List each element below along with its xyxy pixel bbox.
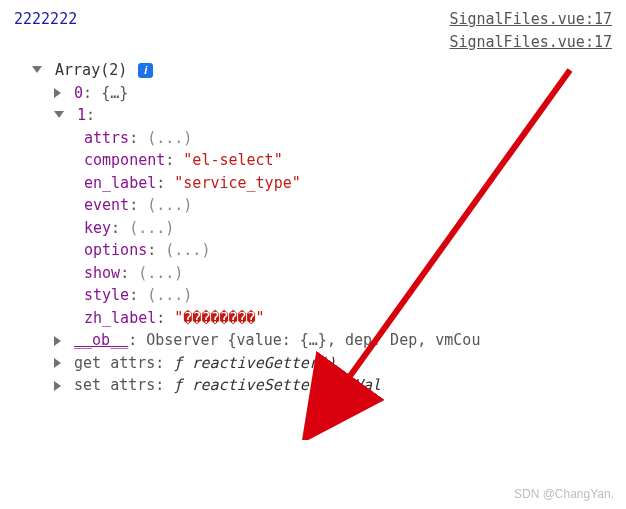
prop-value: "service_type" xyxy=(174,174,300,192)
prop-style[interactable]: style: (...) xyxy=(14,284,612,307)
getter-placeholder[interactable]: (...) xyxy=(147,286,192,304)
function-name: reactiveSetter(newVal xyxy=(182,376,381,394)
getter-attrs[interactable]: get attrs: ƒ reactiveGetter() xyxy=(14,352,612,375)
prop-key: en_label xyxy=(84,174,156,192)
function-name: reactiveGetter() xyxy=(182,354,336,372)
getter-placeholder[interactable]: (...) xyxy=(129,219,174,237)
getter-key: get attrs xyxy=(74,354,155,372)
prop-value: "el-select" xyxy=(183,151,282,169)
disclosure-triangle-icon[interactable] xyxy=(54,88,61,98)
prop-key: __ob__ xyxy=(74,331,128,349)
setter-key: set attrs xyxy=(74,376,155,394)
prop-value-garbled: "��������" xyxy=(174,309,264,327)
prop-key: options xyxy=(84,241,147,259)
object-preview: {…} xyxy=(101,84,128,102)
array-header-row[interactable]: Array(2) i xyxy=(14,59,612,82)
source-link-2[interactable]: SignalFiles.vue:17 xyxy=(449,31,612,54)
array-header: Array(2) xyxy=(55,61,127,79)
array-item-0[interactable]: 0: {…} xyxy=(14,82,612,105)
disclosure-triangle-icon[interactable] xyxy=(54,111,64,118)
prop-component[interactable]: component: "el-select" xyxy=(14,149,612,172)
prop-en-label[interactable]: en_label: "service_type" xyxy=(14,172,612,195)
prop-observer[interactable]: __ob__: Observer {value: {…}, dep: Dep, … xyxy=(14,329,612,352)
prop-zh-label[interactable]: zh_label: "��������" xyxy=(14,307,612,330)
getter-placeholder[interactable]: (...) xyxy=(147,129,192,147)
getter-placeholder[interactable]: (...) xyxy=(138,264,183,282)
log-numeric-output: 2222222 xyxy=(14,8,77,31)
getter-placeholder[interactable]: (...) xyxy=(165,241,210,259)
source-link-1[interactable]: SignalFiles.vue:17 xyxy=(449,8,612,31)
observer-preview: Observer {value: {…}, dep: Dep, vmCou xyxy=(146,331,480,349)
disclosure-triangle-icon[interactable] xyxy=(54,358,61,368)
prop-key: attrs xyxy=(84,129,129,147)
prop-attrs[interactable]: attrs: (...) xyxy=(14,127,612,150)
source-links: SignalFiles.vue:17 SignalFiles.vue:17 xyxy=(449,8,612,53)
getter-placeholder[interactable]: (...) xyxy=(147,196,192,214)
setter-attrs[interactable]: set attrs: ƒ reactiveSetter(newVal xyxy=(14,374,612,397)
info-icon[interactable]: i xyxy=(138,63,153,78)
index-key: 1 xyxy=(77,106,86,124)
prop-key: key xyxy=(84,219,111,237)
prop-show[interactable]: show: (...) xyxy=(14,262,612,285)
index-key: 0 xyxy=(74,84,83,102)
prop-key: component xyxy=(84,151,165,169)
array-item-1[interactable]: 1: xyxy=(14,104,612,127)
disclosure-triangle-icon[interactable] xyxy=(32,66,42,73)
prop-event[interactable]: event: (...) xyxy=(14,194,612,217)
disclosure-triangle-icon[interactable] xyxy=(54,336,61,346)
prop-key: event xyxy=(84,196,129,214)
watermark: SDN @ChangYan. xyxy=(514,485,614,503)
prop-key: show xyxy=(84,264,120,282)
log-entry-header: 2222222 SignalFiles.vue:17 SignalFiles.v… xyxy=(14,8,612,53)
disclosure-triangle-icon[interactable] xyxy=(54,381,61,391)
prop-options[interactable]: options: (...) xyxy=(14,239,612,262)
prop-key-field[interactable]: key: (...) xyxy=(14,217,612,240)
console-output: 2222222 SignalFiles.vue:17 SignalFiles.v… xyxy=(0,0,626,397)
prop-key: style xyxy=(84,286,129,304)
prop-key: zh_label xyxy=(84,309,156,327)
